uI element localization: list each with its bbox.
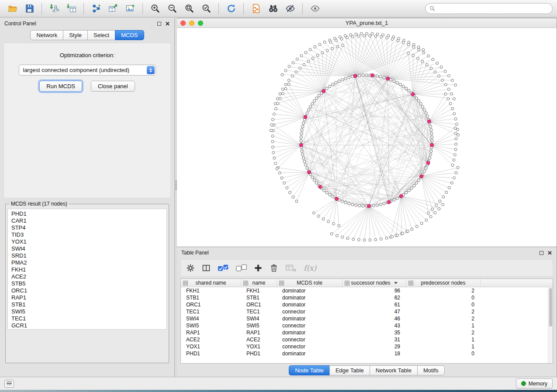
save-icon xyxy=(24,3,35,14)
column-header-predecessor-nodes[interactable]: predecessor nodes xyxy=(406,279,481,287)
tab-node-table[interactable]: Node Table xyxy=(289,365,330,375)
table-row[interactable]: ACE2ACE2connector311 xyxy=(181,336,548,343)
create-column-button[interactable] xyxy=(254,264,263,272)
result-item[interactable]: TID3 xyxy=(11,231,166,238)
table-mode-gear-button[interactable] xyxy=(186,264,195,272)
column-header-MCDS-role[interactable]: MCDS role xyxy=(277,279,343,287)
close-panel-icon[interactable]: ✕ xyxy=(165,22,170,26)
table-row[interactable]: SWI4SWI4dominator462 xyxy=(181,315,548,322)
zoom-fit-button[interactable] xyxy=(181,2,197,15)
result-item[interactable]: STB1 xyxy=(11,301,166,308)
close-table-panel-icon[interactable]: ✕ xyxy=(547,251,552,255)
column-header-successor-nodes[interactable]: successor nodes xyxy=(343,279,406,287)
table-row[interactable]: FKH1FKH1dominator962 xyxy=(181,287,548,294)
tab-style[interactable]: Style xyxy=(63,30,88,40)
network-canvas[interactable] xyxy=(177,28,557,247)
export-image-button[interactable] xyxy=(122,2,138,15)
tab-motifs[interactable]: Motifs xyxy=(417,365,445,375)
result-item[interactable]: PHD1 xyxy=(11,210,166,217)
float-panel-icon[interactable] xyxy=(157,22,161,26)
result-item[interactable]: ORC1 xyxy=(11,287,166,294)
document-share-button[interactable] xyxy=(248,2,264,15)
optimization-criterion-select[interactable]: largest connected component (undirected) xyxy=(19,65,156,76)
main-area: Control Panel ✕ NetworkStyleSelectMCDS O… xyxy=(0,18,557,377)
table-cell: 96 xyxy=(343,287,406,294)
scrollbar-thumb[interactable] xyxy=(549,288,552,327)
table-cell: YOX1 xyxy=(241,343,277,350)
table-row[interactable]: YOX1YOX1connector291 xyxy=(181,343,548,350)
export-image-icon xyxy=(125,3,135,14)
result-item[interactable]: FKH1 xyxy=(11,266,166,273)
table-cell: 2 xyxy=(406,315,481,322)
deselect-all-button[interactable] xyxy=(236,264,247,272)
open-folder-button[interactable] xyxy=(4,2,20,15)
table-cell: 62 xyxy=(343,294,406,301)
binoculars-button[interactable] xyxy=(265,2,281,15)
table-row[interactable]: SWI5SWI5connector431 xyxy=(181,322,548,329)
result-item[interactable]: ACE2 xyxy=(11,273,166,280)
search-input[interactable] xyxy=(438,6,548,12)
result-item[interactable]: RAP1 xyxy=(11,294,166,301)
delete-columns-button[interactable] xyxy=(270,264,278,272)
run-mcds-button[interactable]: Run MCDS xyxy=(39,81,82,92)
open-folder-icon xyxy=(7,3,17,14)
result-item[interactable]: SRD1 xyxy=(11,252,166,259)
table-row[interactable]: ORC1ORC1dominator610 xyxy=(181,301,548,308)
table-row[interactable]: TEC1TEC1connector472 xyxy=(181,308,548,315)
control-tabs: NetworkStyleSelectMCDS xyxy=(0,30,174,40)
table-row[interactable]: STB1STB1dominator620 xyxy=(181,294,548,301)
float-table-panel-icon[interactable] xyxy=(540,251,543,255)
column-header-shared-name[interactable]: shared name xyxy=(181,279,241,287)
table-cell: 29 xyxy=(343,343,406,350)
table-row[interactable]: PHD1PHD1dominator180 xyxy=(181,350,548,357)
result-item[interactable]: PMA2 xyxy=(11,259,166,266)
result-item[interactable]: YOX1 xyxy=(11,238,166,245)
result-item[interactable]: TEC1 xyxy=(11,315,166,322)
network-window: YPA_prune.txt_1 xyxy=(177,18,557,247)
select-all-button[interactable] xyxy=(218,264,229,272)
toolbar-separator xyxy=(243,3,244,14)
tab-mcds[interactable]: MCDS xyxy=(115,30,144,40)
result-item[interactable]: STB5 xyxy=(11,280,166,287)
refresh-button[interactable] xyxy=(223,2,239,15)
result-item[interactable]: SWI5 xyxy=(11,308,166,315)
zoom-in-button[interactable] xyxy=(147,2,163,15)
eye-button[interactable] xyxy=(307,2,323,15)
result-item[interactable]: SWI4 xyxy=(11,245,166,252)
table-cell: SWI4 xyxy=(241,315,277,322)
import-table-button[interactable] xyxy=(63,2,79,15)
table-scrollbar[interactable] xyxy=(548,287,553,363)
status-menu-button[interactable] xyxy=(4,380,14,388)
export-table-button[interactable] xyxy=(105,2,121,15)
export-network-button[interactable] xyxy=(88,2,104,15)
table-cell-filler xyxy=(481,294,548,301)
zoom-out-button[interactable] xyxy=(164,2,180,15)
tab-select[interactable]: Select xyxy=(87,30,115,40)
close-panel-button[interactable]: Close panel xyxy=(91,81,135,92)
memory-button[interactable]: Memory xyxy=(516,378,553,389)
splitter-grip-icon[interactable] xyxy=(175,180,177,190)
result-item[interactable]: CAR1 xyxy=(11,217,166,224)
import-network-button[interactable] xyxy=(46,2,62,15)
table-cell: 31 xyxy=(343,336,406,343)
column-header-name[interactable]: name xyxy=(241,279,277,287)
hide-details-button[interactable] xyxy=(282,2,298,15)
result-item[interactable]: GCR1 xyxy=(11,322,166,329)
search-box[interactable] xyxy=(425,3,553,14)
table-cell: dominator xyxy=(277,329,343,336)
column-grid-icon xyxy=(408,281,413,285)
table-cell: TEC1 xyxy=(241,308,277,315)
tab-network[interactable]: Network xyxy=(30,30,63,40)
table-toolbar: f(x) xyxy=(180,259,553,277)
tab-network-table[interactable]: Network Table xyxy=(370,365,418,375)
tab-edge-table[interactable]: Edge Table xyxy=(329,365,370,375)
show-columns-button[interactable] xyxy=(202,264,211,272)
table-cell: dominator xyxy=(277,301,343,308)
zoom-selected-button[interactable] xyxy=(198,2,214,15)
table-cell: PHD1 xyxy=(241,350,277,357)
result-item[interactable]: STP4 xyxy=(11,224,166,231)
table-cell: FKH1 xyxy=(241,287,277,294)
save-button[interactable] xyxy=(21,2,37,15)
table-row[interactable]: RAP1RAP1dominator352 xyxy=(181,329,548,336)
mcds-result-list[interactable]: PHD1CAR1STP4TID3YOX1SWI4SRD1PMA2FKH1ACE2… xyxy=(7,209,167,330)
